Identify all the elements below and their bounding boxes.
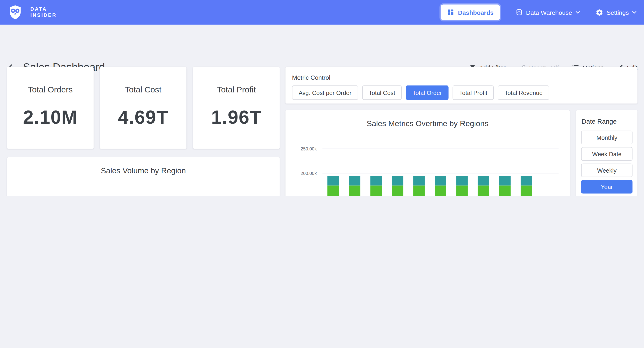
metric-control-buttons: Avg. Cost per OrderTotal CostTotal Order… [292,86,549,100]
kpi-value: 1.96T [211,106,262,128]
bar-segment-middle-east-and-north-africa[interactable] [435,186,446,196]
bar-chart-card: Sales Metrics Overtime by Regions 0.0050… [286,110,570,196]
metric-button-avg-cost-per-order[interactable]: Avg. Cost per Order [292,86,358,100]
nav-data-warehouse-label: Data Warehouse [526,9,572,16]
kpi-label: Total Profit [217,85,256,95]
metric-button-total-cost[interactable]: Total Cost [362,86,402,100]
y-tick-label: 250.00k [300,146,317,151]
dashboards-grid-icon [447,9,454,16]
database-icon [515,9,523,16]
date-range-title: Date Range [582,118,617,125]
nav-settings-button[interactable]: Settings [596,8,636,16]
nav-settings-label: Settings [606,9,629,16]
date-range-card: Date Range MonthlyWeek DateWeeklyYear [576,110,638,196]
bar-segment-australia-and-oceania[interactable] [413,176,425,185]
metric-button-total-profit[interactable]: Total Profit [452,86,494,100]
bar-segment-australia-and-oceania[interactable] [349,176,360,185]
kpi-value: 2.10M [23,106,78,128]
bar-segment-middle-east-and-north-africa[interactable] [392,186,403,196]
metric-button-total-revenue[interactable]: Total Revenue [498,86,549,100]
gear-icon [596,8,603,16]
date-range-button-monthly[interactable]: Monthly [581,131,632,144]
bar-segment-australia-and-oceania[interactable] [435,176,446,185]
kpi-label: Total Orders [28,85,73,95]
chevron-down-icon [576,11,580,14]
y-tick-label: 150.00k [300,195,317,196]
kpi-label: Total Cost [125,85,162,95]
pie-svg: Asia : 14.59 %Australia and Oceania : 8.… [7,157,280,196]
bar-segment-middle-east-and-north-africa[interactable] [521,186,532,196]
bar-segment-australia-and-oceania[interactable] [456,176,468,185]
bar-svg: 0.0050.00k100.00k150.00k200.00k250.00k20… [286,110,570,196]
owl-logo-icon [8,5,23,20]
bar-segment-australia-and-oceania[interactable] [327,176,339,185]
bar-segment-australia-and-oceania[interactable] [499,176,511,185]
nav-dashboards-button[interactable]: Dashboards [441,5,500,20]
kpi-card-total-cost: Total Cost 4.69T [100,67,186,149]
top-navbar: DATA INSIDER Dashboards [0,0,644,25]
bar-segment-australia-and-oceania[interactable] [478,176,489,185]
bar-segment-australia-and-oceania[interactable] [370,176,382,185]
brand-line1: DATA [30,6,57,13]
bar-segment-australia-and-oceania[interactable] [392,176,403,185]
page-header: Sales Dashboard Add Filter Boost:Of [0,25,644,68]
kpi-card-total-orders: Total Orders 2.10M [7,67,94,149]
nav-data-warehouse-button[interactable]: Data Warehouse [515,9,580,16]
pie-chart-card: Sales Volume by Region Asia : 14.59 %Aus… [7,157,280,196]
date-range-buttons: MonthlyWeek DateWeeklyYear [581,131,632,196]
date-range-button-weekly[interactable]: Weekly [581,164,632,177]
bar-segment-middle-east-and-north-africa[interactable] [478,186,489,196]
sales-dashboard-page: DATA INSIDER Dashboards [0,0,644,196]
kpi-value: 4.69T [118,106,168,128]
bar-segment-middle-east-and-north-africa[interactable] [349,186,360,196]
bar-segment-middle-east-and-north-africa[interactable] [413,186,425,196]
kpi-card-total-profit: Total Profit 1.96T [193,67,280,149]
chevron-down-icon [632,11,636,14]
bar-segment-middle-east-and-north-africa[interactable] [370,186,382,196]
y-tick-label: 200.00k [300,171,317,176]
metric-button-total-order[interactable]: Total Order [406,86,448,100]
metric-control-card: Metric Control Avg. Cost per OrderTotal … [286,67,638,104]
bar-segment-middle-east-and-north-africa[interactable] [456,186,468,196]
brand-line2: INSIDER [30,12,57,19]
bar-segment-middle-east-and-north-africa[interactable] [499,186,511,196]
bar-segment-middle-east-and-north-africa[interactable] [327,186,339,196]
date-range-button-week-date[interactable]: Week Date [581,147,632,161]
bar-segment-australia-and-oceania[interactable] [521,176,532,185]
date-range-button-year[interactable]: Year [581,180,632,194]
nav-dashboards-label: Dashboards [458,9,494,16]
metric-control-title: Metric Control [292,74,330,81]
brand-name: DATA INSIDER [30,6,57,19]
